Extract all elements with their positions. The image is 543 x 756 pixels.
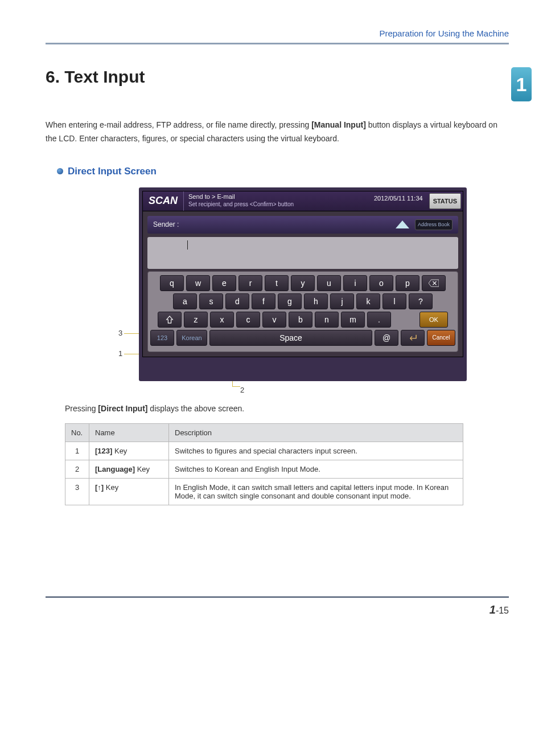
key-y: y xyxy=(291,275,315,291)
footer-chapter: 1 xyxy=(489,603,496,616)
timestamp: 2012/05/11 11:34 xyxy=(369,191,427,211)
key-x: x xyxy=(210,312,234,328)
intro-bold: [Manual Input] xyxy=(311,120,366,129)
lcd-screenshot: SCAN Send to > E-mail Set recipient, and… xyxy=(139,187,467,381)
backspace-key xyxy=(422,275,446,291)
cell-name: [Language] Key xyxy=(89,460,169,478)
subheading: Direct Input Screen xyxy=(57,166,509,177)
followup-paragraph: Pressing [Direct Input] displays the abo… xyxy=(65,404,509,413)
key-h: h xyxy=(304,293,328,309)
ok-key: OK xyxy=(419,312,448,328)
cell-desc: In English Mode, it can switch small let… xyxy=(169,478,463,505)
key-u: u xyxy=(317,275,341,291)
cell-no: 3 xyxy=(65,478,89,505)
cancel-key: Cancel xyxy=(427,330,455,346)
breadcrumb-subtitle: Set recipient, and press <Confirm> butto… xyxy=(188,201,365,208)
callout-label-3: 3 xyxy=(118,329,122,337)
intro-pre: When entering e-mail address, FTP addres… xyxy=(46,120,311,129)
subheading-text: Direct Input Screen xyxy=(68,166,157,177)
page-footer: 1-15 xyxy=(46,596,509,616)
cell-no: 2 xyxy=(65,460,89,478)
key-r: r xyxy=(238,275,262,291)
table-row: 2 [Language] Key Switches to Korean and … xyxy=(65,460,463,478)
key-n: n xyxy=(315,312,339,328)
chapter-tab: 1 xyxy=(511,67,532,101)
description-table: No. Name Description 1 [123] Key Switche… xyxy=(65,423,463,505)
cell-name: [↑] Key xyxy=(89,478,169,505)
language-key: Korean xyxy=(176,330,207,346)
enter-key xyxy=(401,330,425,346)
key-l: l xyxy=(382,293,406,309)
key-w: w xyxy=(186,275,210,291)
th-desc: Description xyxy=(169,423,463,442)
screenshot-figure: 3 1 2 SCAN Send to > E-mail Set recipien… xyxy=(114,187,467,381)
key-i: i xyxy=(343,275,367,291)
key-f: f xyxy=(252,293,275,309)
key-d: d xyxy=(225,293,249,309)
key-q: q xyxy=(160,275,184,291)
th-no: No. xyxy=(65,423,89,442)
key-g: g xyxy=(278,293,302,309)
para-pre: Pressing xyxy=(65,404,98,413)
callout-label-2: 2 xyxy=(240,386,244,394)
para-bold: [Direct Input] xyxy=(98,404,147,413)
para-post: displays the above screen. xyxy=(147,404,244,413)
key-b: b xyxy=(289,312,312,328)
key-v: v xyxy=(262,312,286,328)
key-p: p xyxy=(396,275,419,291)
bullet-icon xyxy=(57,168,63,174)
status-button: STATUS xyxy=(429,193,461,209)
key-j: j xyxy=(330,293,354,309)
scan-label: SCAN xyxy=(143,191,184,211)
th-name: Name xyxy=(89,423,169,442)
address-book-button: Address Book xyxy=(415,219,452,230)
cell-no: 1 xyxy=(65,442,89,460)
cell-desc: Switches to Korean and English Input Mod… xyxy=(169,460,463,478)
key-z: z xyxy=(184,312,208,328)
key-c: c xyxy=(236,312,260,328)
text-cursor xyxy=(187,240,188,250)
key-k: k xyxy=(356,293,380,309)
cell-desc: Switches to figures and special characte… xyxy=(169,442,463,460)
key-o: o xyxy=(369,275,393,291)
space-key: Space xyxy=(209,330,372,346)
sender-label: Sender : xyxy=(153,220,396,228)
key-m: m xyxy=(341,312,365,328)
key-s: s xyxy=(199,293,223,309)
table-row: 3 [↑] Key In English Mode, it can switch… xyxy=(65,478,463,505)
intro-paragraph: When entering e-mail address, FTP addres… xyxy=(46,118,509,146)
key-question: ? xyxy=(409,293,433,309)
cell-name: [123] Key xyxy=(89,442,169,460)
callout-label-1: 1 xyxy=(118,349,122,358)
virtual-keyboard: q w e r t y u i o p a s d xyxy=(147,271,458,352)
text-input-display xyxy=(147,237,458,269)
table-row: 1 [123] Key Switches to figures and spec… xyxy=(65,442,463,460)
at-key: @ xyxy=(375,330,398,346)
numeric-mode-key: 123 xyxy=(150,330,174,346)
footer-page: 15 xyxy=(499,606,509,615)
callout-line-2h xyxy=(232,386,240,387)
running-header: Preparation for Using the Machine xyxy=(46,28,509,44)
shift-key xyxy=(158,312,182,328)
key-dot: . xyxy=(367,312,391,328)
key-e: e xyxy=(212,275,236,291)
key-a: a xyxy=(173,293,197,309)
key-t: t xyxy=(265,275,289,291)
breadcrumb: Send to > E-mail xyxy=(188,193,365,201)
page-title: 6. Text Input xyxy=(46,67,145,87)
up-triangle-icon xyxy=(396,220,409,228)
